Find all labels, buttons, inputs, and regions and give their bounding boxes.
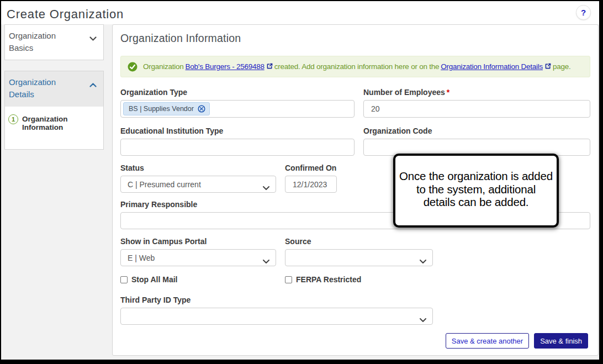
sidebar-item-label: Organization Basics [5, 25, 77, 59]
sidebar-item-label: Organization Information [22, 114, 77, 131]
banner-text: OrganizationBob's Burgers - 2569488creat… [143, 62, 573, 71]
ferpa-restricted-label: FERPA Restricted [296, 275, 361, 284]
external-link-icon[interactable] [544, 62, 552, 70]
callout-text: Once the organization is added to the sy… [395, 170, 557, 209]
sidebar-section-organization-details: Organization Details 1 Organization Info… [4, 71, 104, 150]
organization-information-details-link[interactable]: Organization Information Details [441, 62, 543, 71]
chevron-down-icon [420, 315, 426, 324]
organization-type-label: Organization Type [120, 88, 355, 97]
chip-label: BS | Supplies Vendor [129, 105, 194, 113]
chevron-down-icon [263, 183, 269, 192]
page-title: Create Organization [7, 7, 124, 22]
annotation-callout: Once the organization is added to the sy… [393, 154, 559, 228]
organization-link[interactable]: Bob's Burgers - 2569488 [186, 62, 265, 71]
source-select[interactable] [285, 249, 433, 266]
chevron-down-icon [89, 33, 97, 43]
educational-institution-type-label: Educational Institution Type [120, 127, 355, 135]
stop-all-mail-label: Stop All Mail [131, 275, 177, 284]
step-number-badge: 1 [8, 114, 18, 124]
save-create-another-button[interactable]: Save & create another [446, 333, 529, 349]
show-in-campus-portal-value: E | Web [128, 254, 155, 262]
confirmed-on-input[interactable]: 12/1/2023 [285, 176, 337, 193]
chevron-down-icon [263, 256, 269, 265]
source-label: Source [285, 238, 433, 246]
educational-institution-type-input[interactable] [120, 139, 355, 156]
window: Create Organization ? Organization Basic… [0, 0, 603, 364]
banner-segment: created. Add organization information he… [274, 62, 439, 71]
third-party-id-type-label: Third Party ID Type [120, 296, 433, 304]
third-party-id-type-select[interactable] [120, 308, 433, 325]
sidebar-item-organization-basics[interactable]: Organization Basics [4, 24, 104, 60]
organization-type-chip: BS | Supplies Vendor [123, 102, 210, 115]
success-check-icon [128, 62, 137, 72]
save-finish-button[interactable]: Save & finish [534, 333, 588, 349]
chevron-down-icon [420, 256, 426, 265]
page-content: Organization Basics Organization Details… [1, 24, 599, 360]
show-in-campus-portal-label: Show in Campus Portal [120, 238, 276, 246]
number-of-employees-label: Number of Employees* [363, 88, 590, 97]
sidebar-item-organization-details[interactable]: Organization Details [5, 71, 103, 107]
success-banner: OrganizationBob's Burgers - 2569488creat… [120, 56, 590, 77]
panel-heading: Organization Information [120, 32, 590, 44]
chevron-up-icon [89, 80, 97, 89]
status-value: C | Presumed current [128, 180, 201, 189]
help-button[interactable]: ? [576, 5, 591, 20]
required-asterisk: * [447, 88, 449, 97]
remove-chip-icon[interactable] [198, 105, 205, 113]
status-select[interactable]: C | Presumed current [120, 176, 276, 193]
sidebar-item-label: Organization Details [5, 71, 77, 105]
sidebar-item-organization-information[interactable]: 1 Organization Information [5, 107, 103, 131]
external-link-icon[interactable] [266, 62, 273, 70]
stop-all-mail-checkbox[interactable] [120, 276, 128, 283]
page-header: Create Organization ? [1, 1, 599, 24]
banner-segment: Organization [143, 62, 184, 71]
banner-segment: page. [553, 62, 571, 71]
organization-type-input[interactable]: BS | Supplies Vendor [120, 100, 355, 118]
question-mark-icon: ? [581, 8, 586, 17]
number-of-employees-input[interactable]: 20 [363, 100, 590, 118]
status-label: Status [120, 164, 276, 172]
confirmed-on-label: Confirmed On [285, 164, 337, 172]
show-in-campus-portal-select[interactable]: E | Web [120, 249, 276, 266]
ferpa-restricted-checkbox[interactable] [285, 276, 292, 283]
organization-code-label: Organization Code [363, 127, 590, 135]
